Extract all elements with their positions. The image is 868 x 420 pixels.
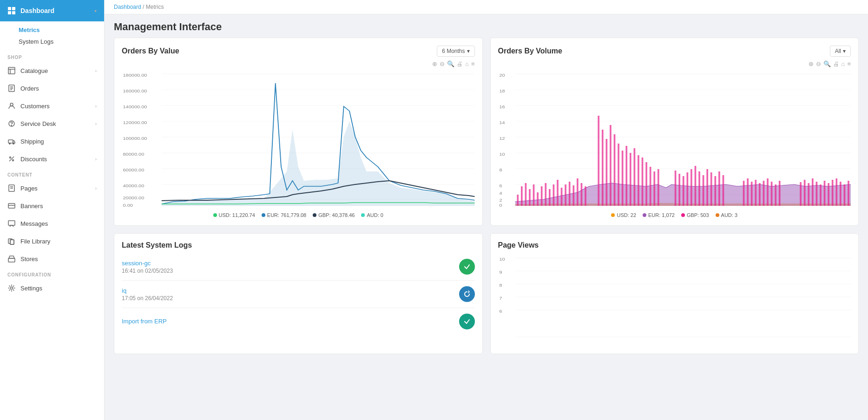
svg-rect-128 xyxy=(747,178,749,206)
log-status-1 xyxy=(459,259,475,275)
orders-by-value-title: Orders By Value xyxy=(122,47,179,55)
sidebar-item-messages[interactable]: Messages xyxy=(0,215,104,232)
menu-icon-vol[interactable]: ≡ xyxy=(847,60,851,67)
zoom-out-icon[interactable]: ⊖ xyxy=(440,60,445,67)
zoom-icon[interactable]: 🔍 xyxy=(447,60,454,67)
settings-label: Settings xyxy=(20,285,42,292)
svg-text:8: 8 xyxy=(499,168,502,172)
sidebar-dashboard-item[interactable]: Dashboard ▾ xyxy=(0,0,104,21)
log-info-1: session-gc 16:41 on 02/05/2023 xyxy=(122,260,173,274)
discounts-label: Discounts xyxy=(20,156,47,163)
metrics-link[interactable]: Metrics xyxy=(19,24,104,36)
svg-text:120000.00: 120000.00 xyxy=(123,120,147,125)
svg-rect-120 xyxy=(698,171,700,206)
service-desk-icon xyxy=(7,119,16,128)
log-name-2: iq xyxy=(122,287,173,294)
orders-by-value-card: Orders By Value 6 Months ▾ ⊕ ⊖ 🔍 🖨 ⌂ ≡ xyxy=(114,38,483,226)
sidebar-item-pages[interactable]: Pages › xyxy=(0,179,104,197)
svg-rect-147 xyxy=(840,182,842,206)
svg-rect-0 xyxy=(8,7,11,10)
svg-rect-86 xyxy=(540,186,542,206)
menu-icon[interactable]: ≡ xyxy=(471,60,475,67)
sidebar-item-orders[interactable]: Orders xyxy=(0,79,104,97)
svg-rect-2 xyxy=(8,11,11,14)
svg-rect-135 xyxy=(775,184,776,206)
svg-rect-136 xyxy=(778,181,780,206)
service-desk-chevron: › xyxy=(95,121,97,126)
customers-chevron: › xyxy=(95,104,97,109)
breadcrumb: Dashboard / Metrics xyxy=(105,0,868,14)
log-time-1: 16:41 on 02/05/2023 xyxy=(122,268,173,274)
log-info-3: Import from ERP xyxy=(122,318,167,326)
sidebar-item-customers[interactable]: Customers › xyxy=(0,97,104,115)
zoom-in-icon-vol[interactable]: ⊕ xyxy=(809,60,814,67)
legend-aud-vol-label: AUD: 3 xyxy=(721,212,737,218)
svg-rect-139 xyxy=(808,183,809,206)
period-chevron-volume: ▾ xyxy=(843,48,846,54)
svg-line-19 xyxy=(9,157,14,161)
sidebar-item-stores[interactable]: Stores xyxy=(0,250,104,268)
period-chevron-value: ▾ xyxy=(467,48,470,54)
catalogue-label: Catalogue xyxy=(20,67,48,74)
svg-rect-134 xyxy=(770,182,772,206)
zoom-out-icon-vol[interactable]: ⊖ xyxy=(816,60,821,67)
svg-rect-148 xyxy=(843,184,845,206)
svg-rect-124 xyxy=(714,176,716,206)
print-icon-vol[interactable]: 🖨 xyxy=(833,60,839,67)
svg-rect-103 xyxy=(618,144,619,206)
svg-point-17 xyxy=(10,157,11,158)
sidebar-item-banners[interactable]: Banners xyxy=(0,197,104,215)
svg-rect-123 xyxy=(710,172,712,206)
svg-rect-110 xyxy=(645,162,647,206)
breadcrumb-dashboard[interactable]: Dashboard xyxy=(114,4,141,10)
svg-rect-121 xyxy=(702,175,704,206)
svg-rect-104 xyxy=(621,151,623,206)
svg-rect-87 xyxy=(545,183,546,206)
sidebar-item-shipping[interactable]: Shipping xyxy=(0,132,104,150)
discounts-chevron: › xyxy=(95,157,97,162)
system-logs-link[interactable]: System Logs xyxy=(19,36,104,47)
period-selector-value[interactable]: 6 Months ▾ xyxy=(437,46,474,57)
top-charts-grid: Orders By Value 6 Months ▾ ⊕ ⊖ 🔍 🖨 ⌂ ≡ xyxy=(114,38,859,226)
log-info-2: iq 17:05 on 26/04/2022 xyxy=(122,287,173,302)
print-icon[interactable]: 🖨 xyxy=(457,60,463,67)
legend-aud-label: AUD: 0 xyxy=(367,212,383,218)
orders-by-volume-chart: 20 18 16 14 12 10 8 6 4 2 0 xyxy=(498,69,851,209)
orders-by-volume-card: Orders By Volume All ▾ ⊕ ⊖ 🔍 🖨 ⌂ ≡ xyxy=(490,38,859,226)
shipping-label: Shipping xyxy=(20,138,44,145)
sidebar-item-service-desk[interactable]: Service Desk › xyxy=(0,115,104,132)
zoom-icon-vol[interactable]: 🔍 xyxy=(823,60,831,67)
configuration-section-label: CONFIGURATION xyxy=(0,268,104,279)
sidebar-item-catalogue[interactable]: Catalogue › xyxy=(0,62,104,79)
home-icon[interactable]: ⌂ xyxy=(465,60,469,67)
svg-rect-92 xyxy=(565,184,566,206)
legend-eur-value: EUR: 761,779.08 xyxy=(262,212,306,218)
svg-rect-95 xyxy=(577,178,579,206)
svg-rect-80 xyxy=(517,195,519,206)
period-selector-volume[interactable]: All ▾ xyxy=(830,46,851,57)
zoom-in-icon[interactable]: ⊕ xyxy=(432,60,437,67)
svg-rect-125 xyxy=(718,171,720,206)
svg-text:60000.00: 60000.00 xyxy=(123,168,144,172)
system-logs-list: session-gc 16:41 on 02/05/2023 iq 17:05 … xyxy=(122,253,475,335)
period-label-volume: All xyxy=(835,48,841,54)
shipping-icon xyxy=(7,137,16,145)
svg-point-11 xyxy=(10,103,13,106)
sidebar-item-discounts[interactable]: Discounts › xyxy=(0,150,104,168)
svg-rect-145 xyxy=(831,180,833,206)
svg-rect-29 xyxy=(8,258,15,262)
legend-usd-value: USD: 11,220.74 xyxy=(213,212,255,218)
svg-rect-119 xyxy=(694,166,696,206)
service-desk-label: Service Desk xyxy=(20,120,56,127)
svg-text:7: 7 xyxy=(499,296,502,301)
svg-rect-1 xyxy=(12,7,15,10)
orders-label: Orders xyxy=(20,85,39,92)
svg-text:100000.00: 100000.00 xyxy=(123,136,147,141)
sidebar-item-file-library[interactable]: File Library xyxy=(0,232,104,250)
home-icon-vol[interactable]: ⌂ xyxy=(842,60,845,67)
settings-icon xyxy=(7,284,16,292)
dashboard-chevron: ▾ xyxy=(94,8,97,13)
sidebar-item-settings[interactable]: Settings xyxy=(0,279,104,297)
svg-rect-146 xyxy=(835,178,837,206)
legend-eur-vol-label: EUR: 1,072 xyxy=(648,212,675,218)
